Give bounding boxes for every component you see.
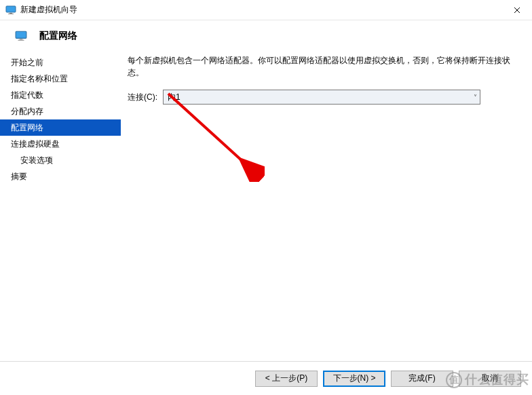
step-specify-generation[interactable]: 指定代数: [0, 87, 121, 103]
svg-rect-4: [20, 39, 23, 40]
svg-rect-0: [6, 6, 16, 12]
step-specify-name[interactable]: 指定名称和位置: [0, 71, 121, 87]
step-configure-networking[interactable]: 配置网络: [0, 119, 121, 136]
window-title: 新建虚拟机向导: [20, 4, 77, 16]
app-icon: [5, 5, 16, 16]
wizard-footer: < 上一步(P) 下一步(N) > 完成(F) 取消: [0, 361, 532, 395]
wizard-header: 配置网络: [0, 20, 532, 54]
connection-row: 连接(C): 内1 ˅: [128, 90, 522, 105]
close-icon: [514, 7, 520, 14]
wizard-body: 开始之前 指定名称和位置 指定代数 分配内存 配置网络 连接虚拟硬盘 安装选项 …: [0, 54, 532, 373]
description-text: 每个新虚拟机包含一个网络适配器。你可以配置网络适配器以使用虚拟交换机，否则，它将…: [128, 54, 522, 79]
svg-rect-1: [10, 13, 12, 14]
finish-button[interactable]: 完成(F): [391, 371, 453, 387]
svg-rect-5: [18, 40, 24, 41]
wizard-steps-sidebar: 开始之前 指定名称和位置 指定代数 分配内存 配置网络 连接虚拟硬盘 安装选项 …: [0, 54, 121, 373]
step-install-options[interactable]: 安装选项: [0, 152, 121, 168]
connection-value: 内1: [168, 92, 180, 103]
svg-line-6: [168, 94, 258, 175]
svg-rect-3: [16, 31, 26, 38]
page-title: 配置网络: [39, 30, 77, 42]
titlebar: 新建虚拟机向导: [0, 0, 532, 20]
previous-button[interactable]: < 上一步(P): [255, 371, 318, 387]
step-before-you-begin[interactable]: 开始之前: [0, 54, 121, 71]
connection-select[interactable]: 内1 ˅: [163, 90, 480, 105]
wizard-main-panel: 每个新虚拟机包含一个网络适配器。你可以配置网络适配器以使用虚拟交换机，否则，它将…: [121, 54, 532, 373]
cancel-button[interactable]: 取消: [459, 371, 521, 387]
monitor-icon: [15, 30, 27, 42]
step-summary[interactable]: 摘要: [0, 168, 121, 185]
step-assign-memory[interactable]: 分配内存: [0, 103, 121, 119]
connection-label: 连接(C):: [128, 92, 157, 103]
step-connect-vhd[interactable]: 连接虚拟硬盘: [0, 136, 121, 152]
next-button[interactable]: 下一步(N) >: [323, 371, 385, 387]
chevron-down-icon: ˅: [474, 94, 477, 101]
svg-rect-2: [8, 14, 14, 14]
close-button[interactable]: [501, 0, 532, 20]
